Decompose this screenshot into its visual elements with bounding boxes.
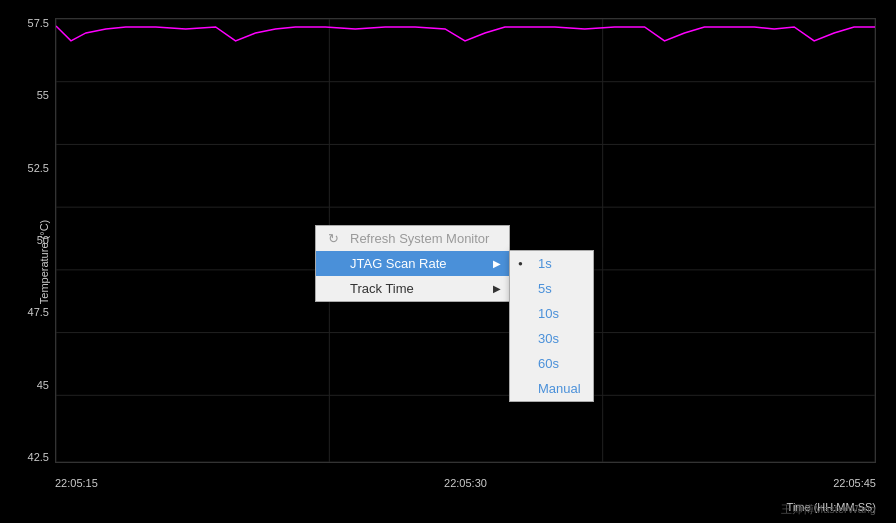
- x-label-1: 22:05:15: [55, 477, 98, 489]
- submenu-item-30s[interactable]: 30s: [510, 326, 593, 351]
- submenu-item-manual-label: Manual: [538, 381, 581, 396]
- refresh-icon: ↻: [328, 231, 344, 246]
- y-label-6: 45: [37, 380, 49, 391]
- y-label-4: 50: [37, 235, 49, 246]
- x-axis: 22:05:15 22:05:30 22:05:45: [55, 477, 876, 489]
- y-label-7: 42.5: [28, 452, 49, 463]
- submenu-item-30s-label: 30s: [538, 331, 559, 346]
- x-label-2: 22:05:30: [444, 477, 487, 489]
- submenu-item-manual[interactable]: Manual: [510, 376, 593, 401]
- submenu-item-60s[interactable]: 60s: [510, 351, 593, 376]
- chart-area: Temperature (°C) 57.5 55 52.5 50 47.5 45…: [0, 0, 896, 523]
- y-label-3: 52.5: [28, 163, 49, 174]
- y-label-2: 55: [37, 90, 49, 101]
- x-label-3: 22:05:45: [833, 477, 876, 489]
- submenu-item-5s-label: 5s: [538, 281, 552, 296]
- submenu-item-1s[interactable]: 1s: [510, 251, 593, 276]
- menu-item-track-time-label: Track Time: [350, 281, 414, 296]
- submenu-item-10s[interactable]: 10s: [510, 301, 593, 326]
- menu-item-jtag-scan-rate[interactable]: JTAG Scan Rate ▶ 1s 5s 10s 30s 60s: [316, 251, 509, 276]
- submenu-arrow-jtag: ▶: [493, 258, 501, 269]
- y-label-1: 57.5: [28, 18, 49, 29]
- watermark: 王师傅MasterWang: [781, 502, 876, 517]
- submenu-arrow-track: ▶: [493, 283, 501, 294]
- context-menu: ↻ Refresh System Monitor JTAG Scan Rate …: [315, 225, 510, 302]
- menu-item-jtag-label: JTAG Scan Rate: [350, 256, 447, 271]
- submenu-jtag: 1s 5s 10s 30s 60s Manual: [509, 250, 594, 402]
- submenu-item-1s-label: 1s: [538, 256, 552, 271]
- submenu-item-60s-label: 60s: [538, 356, 559, 371]
- y-label-5: 47.5: [28, 307, 49, 318]
- menu-item-refresh[interactable]: ↻ Refresh System Monitor: [316, 226, 509, 251]
- submenu-item-10s-label: 10s: [538, 306, 559, 321]
- menu-item-refresh-label: Refresh System Monitor: [350, 231, 489, 246]
- menu-item-track-time[interactable]: Track Time ▶: [316, 276, 509, 301]
- y-axis: 57.5 55 52.5 50 47.5 45 42.5: [0, 18, 55, 463]
- submenu-item-5s[interactable]: 5s: [510, 276, 593, 301]
